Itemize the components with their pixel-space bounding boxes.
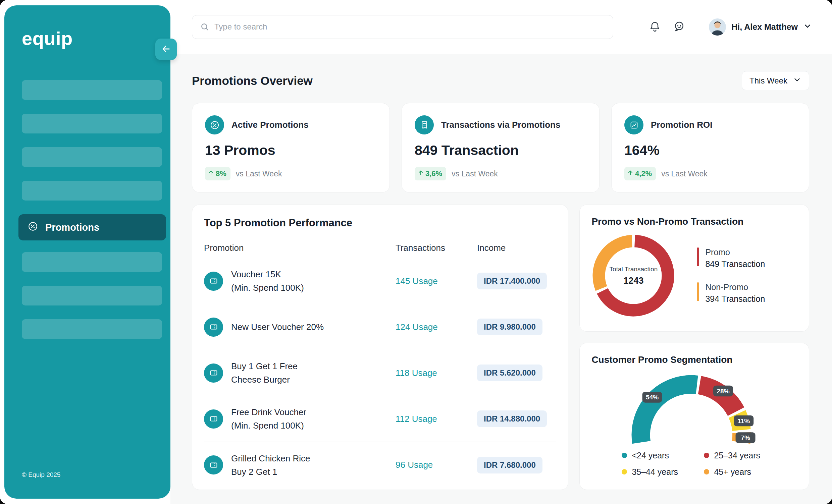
column-header-income: Income — [477, 243, 556, 253]
usage-value: 112 Usage — [395, 414, 477, 424]
bell-icon — [649, 21, 661, 33]
sidebar-item-placeholder[interactable] — [22, 114, 162, 133]
legend-item-35-44: 35–44 years — [622, 467, 704, 477]
stat-delta-badge: 8% — [205, 167, 231, 180]
stat-compare-label: vs Last Week — [451, 169, 498, 178]
promo-donut-chart — [592, 234, 675, 318]
avatar — [709, 19, 726, 35]
legend-color-bar — [697, 247, 699, 266]
segmentation-legend: <24 years 25–34 years 35–44 years — [622, 451, 797, 477]
legend-item-promo: Promo 849 Transaction — [697, 247, 765, 269]
promo-vs-nonpromo-title: Promo vs Non-Promo Transaction — [592, 216, 797, 227]
legend-item-under24: <24 years — [622, 451, 704, 460]
table-row[interactable]: Grilled Chicken Rice Buy 2 Get 1 96 Usag… — [204, 442, 556, 488]
sidebar-item-placeholder[interactable] — [22, 252, 162, 272]
table-row[interactable]: Buy 1 Get 1 Free Cheese Burger 118 Usage… — [204, 350, 556, 396]
stat-card-transactions: Transactions via Promotions 849 Transact… — [401, 103, 599, 192]
legend-value: 394 Transaction — [705, 294, 765, 304]
period-filter-value: This Week — [750, 76, 787, 85]
stat-label: Promotion ROI — [651, 120, 712, 130]
donut-legend: Promo 849 Transaction Non-Promo 394 Tran… — [697, 247, 765, 304]
user-menu[interactable]: Hi, Alex Matthew — [709, 19, 812, 35]
legend-name: 45+ years — [714, 467, 751, 477]
sidebar-collapse-button[interactable] — [155, 38, 177, 60]
promo-vs-nonpromo-card: Promo vs Non-Promo Transaction Total Tra… — [579, 205, 809, 331]
sidebar-item-placeholder[interactable] — [22, 181, 162, 201]
svg-text:7%: 7% — [741, 434, 750, 441]
income-badge: IDR 17.400.000 — [477, 273, 547, 289]
app-window: equip Promotions © Equip 2025 — [0, 0, 832, 504]
stat-card-active-promotions: Active Promotions 13 Promos 8% vs Last W… — [192, 103, 390, 192]
sidebar-item-placeholder[interactable] — [22, 80, 162, 100]
voucher-icon — [204, 318, 223, 337]
table-row[interactable]: Free Drink Voucher (Min. Spend 100K) 112… — [204, 396, 556, 442]
sidebar-item-placeholder[interactable] — [22, 286, 162, 306]
legend-dot — [622, 469, 627, 475]
stat-card-roi: Promotion ROI 164% 4,2% vs Last Week — [611, 103, 809, 192]
user-greeting: Hi, Alex Matthew — [731, 22, 798, 32]
receipt-icon — [415, 115, 434, 134]
column-header-promotion: Promotion — [204, 243, 395, 253]
promotion-performance-card: Top 5 Promotion Performance Promotion Tr… — [192, 205, 568, 490]
arrow-up-icon — [417, 169, 424, 178]
usage-value: 118 Usage — [395, 368, 477, 378]
legend-name: Non-Promo — [705, 282, 765, 292]
stats-row: Active Promotions 13 Promos 8% vs Last W… — [192, 103, 809, 192]
table-header: Promotion Transactions Income — [204, 238, 556, 258]
notifications-button[interactable] — [647, 19, 663, 35]
stat-value: 164% — [624, 142, 796, 158]
stat-compare-label: vs Last Week — [236, 169, 282, 178]
segmentation-gauge-chart: 54%28%11%7% — [596, 368, 794, 449]
stat-label: Transactions via Promotions — [441, 120, 560, 130]
promotion-name: Free Drink Voucher (Min. Spend 100K) — [231, 405, 306, 432]
usage-value: 96 Usage — [395, 460, 477, 470]
legend-name: 25–34 years — [714, 451, 760, 460]
legend-item-45plus: 45+ years — [704, 467, 797, 477]
performance-title: Top 5 Promotion Performance — [204, 217, 556, 229]
table-row[interactable]: New User Voucher 20% 124 Usage IDR 9.980… — [204, 304, 556, 350]
legend-dot — [704, 469, 709, 475]
search-input[interactable] — [192, 15, 613, 39]
column-header-transactions: Transactions — [395, 243, 477, 253]
arrow-up-icon — [627, 169, 634, 178]
voucher-icon — [204, 364, 223, 382]
promotion-name: Buy 1 Get 1 Free Cheese Burger — [231, 360, 297, 386]
promotion-name: New User Voucher 20% — [231, 320, 324, 334]
income-badge: IDR 5.620.000 — [477, 365, 543, 381]
income-badge: IDR 9.980.000 — [477, 319, 543, 335]
stat-delta-value: 3,6% — [425, 169, 442, 178]
table-row[interactable]: Voucher 15K (Min. Spend 100K) 145 Usage … — [204, 258, 556, 304]
legend-name: Promo — [705, 247, 765, 257]
usage-value: 145 Usage — [395, 276, 477, 286]
sidebar-item-placeholder[interactable] — [22, 147, 162, 167]
voucher-icon — [204, 455, 223, 475]
copyright-text: © Equip 2025 — [22, 471, 60, 479]
stat-value: 849 Transaction — [415, 142, 587, 158]
period-filter-dropdown[interactable]: This Week — [742, 71, 809, 90]
svg-text:28%: 28% — [717, 388, 729, 395]
arrow-up-icon — [208, 169, 214, 178]
topbar-actions: Hi, Alex Matthew — [647, 19, 812, 35]
topbar-divider — [698, 20, 698, 34]
stat-delta-value: 8% — [216, 169, 227, 178]
promotions-icon — [27, 221, 38, 234]
stat-delta-value: 4,2% — [635, 169, 652, 178]
badge-percent-icon — [205, 115, 224, 134]
page-content: Promotions Overview This Week Active Pro… — [171, 54, 832, 490]
chat-button[interactable] — [671, 19, 687, 35]
sidebar-item-promotions[interactable]: Promotions — [19, 214, 166, 240]
topbar: Hi, Alex Matthew — [171, 0, 832, 54]
segmentation-card: Customer Promo Segmentation 54%28%11%7% … — [579, 343, 809, 490]
chat-icon — [673, 21, 685, 33]
promotion-name: Voucher 15K (Min. Spend 100K) — [231, 268, 304, 294]
promotion-name: Grilled Chicken Rice Buy 2 Get 1 — [231, 452, 310, 479]
sidebar-item-placeholder[interactable] — [22, 319, 162, 339]
stat-value: 13 Promos — [205, 142, 377, 158]
main-area: Hi, Alex Matthew Promotions Overview Thi… — [171, 0, 832, 504]
legend-dot — [622, 453, 627, 458]
income-badge: IDR 14.880.000 — [477, 410, 547, 427]
stat-delta-badge: 4,2% — [624, 167, 656, 180]
svg-text:11%: 11% — [737, 418, 750, 425]
usage-value: 124 Usage — [395, 322, 477, 332]
page-title: Promotions Overview — [192, 74, 313, 87]
